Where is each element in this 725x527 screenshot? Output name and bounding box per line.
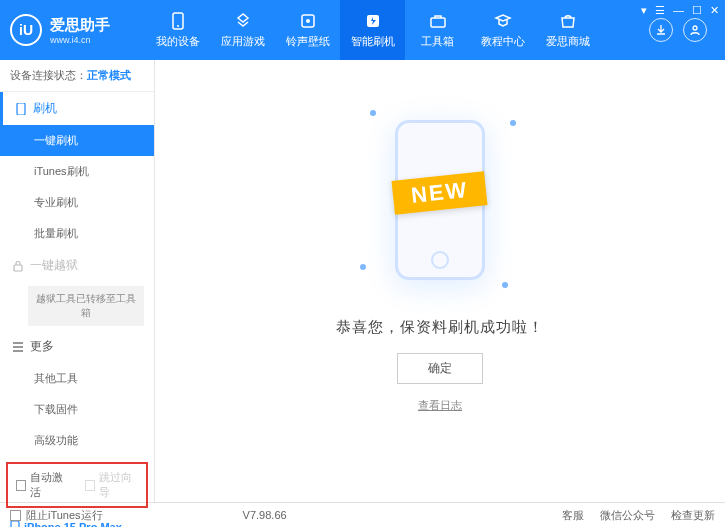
svg-point-6	[693, 26, 697, 30]
sidebar-group-more[interactable]: 更多	[0, 330, 154, 363]
nav-tutorial[interactable]: 教程中心	[470, 0, 535, 60]
connection-status: 设备连接状态：正常模式	[0, 60, 154, 92]
window-controls: ▾ ☰ — ☐ ✕	[641, 4, 719, 17]
success-illustration: NEW	[360, 100, 520, 300]
store-icon	[558, 11, 578, 31]
version-label: V7.98.66	[243, 509, 287, 521]
svg-rect-5	[431, 18, 445, 27]
sidebar-item-pro-flash[interactable]: 专业刷机	[0, 187, 154, 218]
sidebar: 设备连接状态：正常模式 刷机 一键刷机 iTunes刷机 专业刷机 批量刷机 一…	[0, 60, 155, 502]
sidebar-group-flash[interactable]: 刷机	[0, 92, 154, 125]
svg-point-1	[177, 25, 179, 27]
sidebar-item-other-tools[interactable]: 其他工具	[0, 363, 154, 394]
minimize-icon[interactable]: —	[673, 4, 684, 17]
download-icon[interactable]	[649, 18, 673, 42]
svg-point-3	[306, 19, 310, 23]
top-nav: 我的设备 应用游戏 铃声壁纸 智能刷机 工具箱 教程中心 爱思商城	[145, 0, 649, 60]
app-url: www.i4.cn	[50, 35, 110, 45]
apps-icon	[233, 11, 253, 31]
app-name: 爱思助手	[50, 16, 110, 35]
view-log-link[interactable]: 查看日志	[418, 398, 462, 413]
options-highlight-box: 自动激活 跳过向导	[6, 462, 148, 508]
main-content: NEW 恭喜您，保资料刷机成功啦！ 确定 查看日志	[155, 60, 725, 502]
checkbox-icon	[16, 480, 26, 491]
checkbox-icon	[85, 480, 95, 491]
sidebar-item-oneclick-flash[interactable]: 一键刷机	[0, 125, 154, 156]
nav-smart-flash[interactable]: 智能刷机	[340, 0, 405, 60]
nav-apps[interactable]: 应用游戏	[210, 0, 275, 60]
ok-button[interactable]: 确定	[397, 353, 483, 384]
link-update[interactable]: 检查更新	[671, 508, 715, 523]
close-icon[interactable]: ✕	[710, 4, 719, 17]
sidebar-group-jailbreak: 一键越狱	[0, 249, 154, 282]
maximize-icon[interactable]: ☐	[692, 4, 702, 17]
phone-icon	[15, 103, 27, 115]
sidebar-item-itunes-flash[interactable]: iTunes刷机	[0, 156, 154, 187]
app-logo: iU 爱思助手 www.i4.cn	[10, 14, 145, 46]
success-message: 恭喜您，保资料刷机成功啦！	[336, 318, 544, 337]
checkbox-icon[interactable]	[10, 510, 21, 521]
nav-toolbox[interactable]: 工具箱	[405, 0, 470, 60]
logo-icon: iU	[10, 14, 42, 46]
lock-icon	[12, 260, 24, 272]
sidebar-item-batch-flash[interactable]: 批量刷机	[0, 218, 154, 249]
device-icon	[168, 11, 188, 31]
tutorial-icon	[493, 11, 513, 31]
ringtone-icon	[298, 11, 318, 31]
menu-icon[interactable]: ☰	[655, 4, 665, 17]
link-wechat[interactable]: 微信公众号	[600, 508, 655, 523]
user-icon[interactable]	[683, 18, 707, 42]
flash-icon	[363, 11, 383, 31]
sidebar-item-download-firmware[interactable]: 下载固件	[0, 394, 154, 425]
svg-rect-8	[14, 265, 22, 271]
checkbox-auto-activate[interactable]: 自动激活	[16, 470, 69, 500]
checkbox-skip-setup[interactable]: 跳过向导	[85, 470, 138, 500]
dropdown-icon[interactable]: ▾	[641, 4, 647, 17]
nav-ringtone[interactable]: 铃声壁纸	[275, 0, 340, 60]
block-itunes-label[interactable]: 阻止iTunes运行	[26, 508, 103, 523]
toolbox-icon	[428, 11, 448, 31]
svg-rect-7	[17, 103, 25, 115]
list-icon	[12, 341, 24, 353]
nav-my-device[interactable]: 我的设备	[145, 0, 210, 60]
jailbreak-note: 越狱工具已转移至工具箱	[28, 286, 144, 326]
nav-store[interactable]: 爱思商城	[535, 0, 600, 60]
link-support[interactable]: 客服	[562, 508, 584, 523]
sidebar-item-advanced[interactable]: 高级功能	[0, 425, 154, 456]
